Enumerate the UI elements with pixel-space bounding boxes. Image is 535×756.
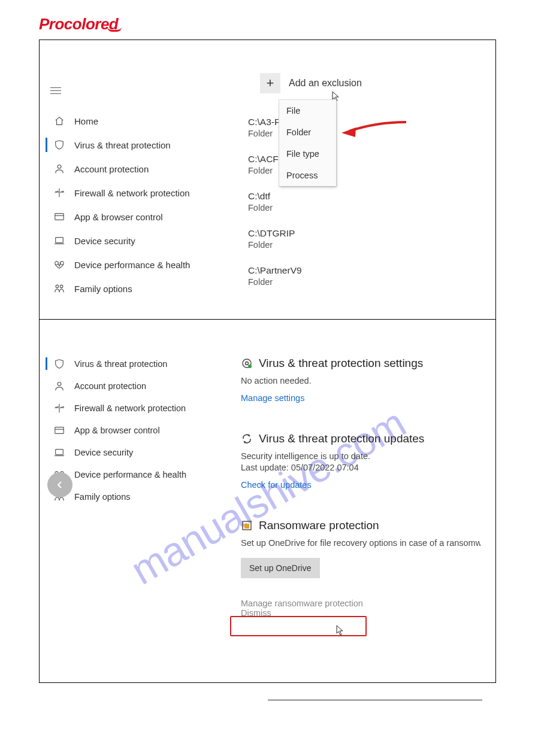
sidebar-item-label: Virus & threat protection bbox=[74, 359, 167, 369]
settings-gear-icon bbox=[241, 357, 253, 369]
exclusion-type: Folder bbox=[248, 277, 302, 287]
person-icon bbox=[53, 162, 66, 175]
sidebar-item-label: Device security bbox=[74, 448, 133, 457]
sidebar-item-label: Device performance & health bbox=[74, 260, 190, 270]
setup-onedrive-button[interactable]: Set up OneDrive bbox=[241, 558, 320, 578]
logo-text: Procolored bbox=[39, 15, 118, 33]
exclusion-path: C:\PartnerV9 bbox=[248, 265, 302, 276]
sidebar-item-person[interactable]: Account protection bbox=[48, 375, 210, 397]
browser-icon bbox=[53, 210, 66, 223]
check-updates-link[interactable]: Check for updates bbox=[241, 480, 312, 490]
section-title: Virus & threat protection updates bbox=[259, 432, 424, 445]
exclusion-entry[interactable]: C:\DTGRIPFolder bbox=[248, 228, 302, 250]
annotation-highlight-box bbox=[230, 616, 367, 636]
sidebar-item-label: Family options bbox=[74, 492, 130, 502]
exclusion-path: C:\DTGRIP bbox=[248, 228, 302, 239]
sidebar-item-browser[interactable]: App & browser control bbox=[48, 205, 210, 229]
ransomware-section: Ransomware protection Set up OneDrive fo… bbox=[241, 519, 480, 618]
dropdown-item-file[interactable]: File bbox=[279, 100, 336, 122]
plus-icon: + bbox=[260, 73, 280, 93]
exclusion-type-dropdown: FileFolderFile typeProcess bbox=[279, 100, 336, 186]
heart-icon bbox=[53, 258, 66, 271]
manage-ransomware-link[interactable]: Manage ransomware protection bbox=[241, 599, 480, 608]
section-title: Virus & threat protection settings bbox=[259, 357, 423, 370]
sidebar-item-label: App & browser control bbox=[74, 212, 163, 222]
section-title: Ransomware protection bbox=[259, 519, 379, 532]
exclusion-entry[interactable]: C:\dtfFolder bbox=[248, 191, 302, 212]
sidebar-item-heart[interactable]: Device performance & health bbox=[48, 253, 210, 277]
sidebar-item-firewall[interactable]: Firewall & network protection bbox=[48, 181, 210, 205]
svg-rect-6 bbox=[55, 427, 64, 433]
exclusion-path: C:\dtf bbox=[248, 191, 302, 202]
sidebar-item-label: Device performance & health bbox=[74, 470, 186, 479]
firewall-icon bbox=[53, 402, 66, 415]
sidebar-item-label: App & browser control bbox=[74, 426, 160, 435]
sidebar-nav: HomeVirus & threat protectionAccount pro… bbox=[48, 109, 210, 300]
svg-rect-2 bbox=[56, 238, 64, 243]
sidebar-item-browser[interactable]: App & browser control bbox=[48, 419, 210, 441]
protection-updates-section: Virus & threat protection updates Securi… bbox=[241, 432, 480, 490]
shield-icon bbox=[53, 138, 66, 151]
svg-rect-14 bbox=[244, 524, 249, 529]
status-text: No action needed. bbox=[241, 376, 480, 385]
ransomware-icon bbox=[241, 520, 253, 532]
sidebar-item-label: Firewall & network protection bbox=[74, 403, 186, 413]
add-exclusion-label: Add an exclusion bbox=[289, 78, 362, 89]
last-update-text: Last update: 05/07/2022 07:04 bbox=[241, 463, 480, 472]
screenshot-protection-overview: manualshive.com Virus & threat protectio… bbox=[40, 320, 495, 682]
refresh-icon bbox=[241, 433, 253, 445]
hamburger-menu-icon[interactable] bbox=[50, 85, 61, 96]
protection-settings-section: Virus & threat protection settings No ac… bbox=[241, 357, 480, 403]
screenshot-exclusions: HomeVirus & threat protectionAccount pro… bbox=[40, 40, 495, 320]
manage-settings-link[interactable]: Manage settings bbox=[241, 393, 304, 403]
ransomware-description: Set up OneDrive for file recovery option… bbox=[241, 538, 480, 548]
browser-icon bbox=[53, 424, 66, 437]
svg-point-11 bbox=[246, 362, 249, 365]
sidebar-item-label: Family options bbox=[74, 284, 132, 294]
sidebar-item-shield[interactable]: Virus & threat protection bbox=[48, 133, 210, 157]
sidebar-item-home[interactable]: Home bbox=[48, 109, 210, 133]
sidebar-item-firewall[interactable]: Firewall & network protection bbox=[48, 397, 210, 419]
nav-prev-button[interactable] bbox=[47, 472, 72, 497]
svg-point-4 bbox=[60, 285, 63, 288]
sidebar-item-device[interactable]: Device security bbox=[48, 229, 210, 253]
sidebar-item-label: Account protection bbox=[74, 164, 149, 174]
sidebar-item-label: Account protection bbox=[74, 381, 146, 391]
sidebar-item-device[interactable]: Device security bbox=[48, 441, 210, 463]
device-icon bbox=[53, 446, 66, 459]
home-icon bbox=[53, 114, 66, 127]
sidebar-item-person[interactable]: Account protection bbox=[48, 157, 210, 181]
svg-point-5 bbox=[58, 382, 61, 385]
sidebar-item-shield[interactable]: Virus & threat protection bbox=[48, 353, 210, 375]
svg-rect-7 bbox=[56, 449, 64, 454]
sidebar-item-label: Virus & threat protection bbox=[74, 140, 171, 150]
status-text: Security intelligence is up to date. bbox=[241, 451, 480, 461]
sidebar-item-label: Device security bbox=[74, 236, 135, 246]
dropdown-item-file-type[interactable]: File type bbox=[279, 143, 336, 165]
shield-icon bbox=[53, 357, 66, 371]
dismiss-link[interactable]: Dismiss bbox=[241, 608, 480, 618]
exclusion-entry[interactable]: C:\PartnerV9Folder bbox=[248, 265, 302, 287]
brand-logo: Procolored bbox=[12, 0, 523, 40]
sidebar-item-family[interactable]: Family options bbox=[48, 485, 210, 508]
svg-point-12 bbox=[248, 365, 252, 368]
document-frame: HomeVirus & threat protectionAccount pro… bbox=[39, 40, 496, 683]
person-icon bbox=[53, 379, 66, 393]
svg-rect-1 bbox=[55, 214, 64, 220]
firewall-icon bbox=[53, 186, 66, 199]
svg-point-3 bbox=[56, 285, 59, 288]
exclusion-type: Folder bbox=[248, 203, 302, 212]
sidebar-item-label: Firewall & network protection bbox=[74, 188, 190, 198]
page-footer-rule bbox=[268, 700, 482, 700]
exclusion-type: Folder bbox=[248, 240, 302, 250]
sidebar-item-label: Home bbox=[74, 116, 98, 126]
svg-point-0 bbox=[58, 165, 61, 169]
dropdown-item-process[interactable]: Process bbox=[279, 165, 336, 186]
device-icon bbox=[53, 234, 66, 247]
family-icon bbox=[53, 282, 66, 295]
cursor-icon bbox=[336, 625, 344, 636]
sidebar-item-family[interactable]: Family options bbox=[48, 277, 210, 300]
content-area: Virus & threat protection settings No ac… bbox=[241, 357, 480, 618]
add-exclusion-button[interactable]: + Add an exclusion bbox=[260, 73, 362, 93]
dropdown-item-folder[interactable]: Folder bbox=[279, 122, 336, 143]
